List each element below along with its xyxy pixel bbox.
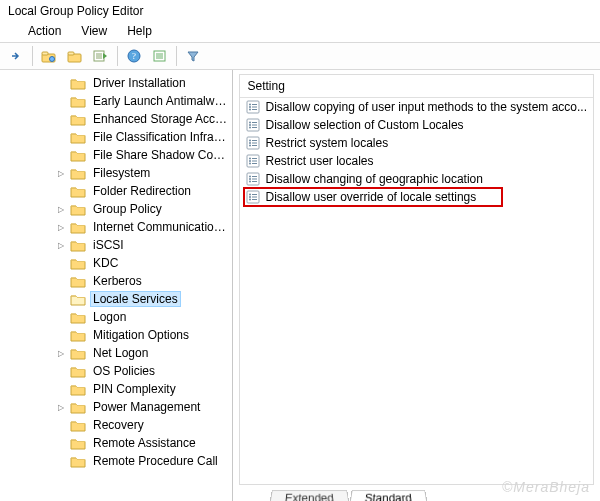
tab-extended[interactable]: Extended [269, 490, 350, 501]
tree-item[interactable]: OS Policies [8, 362, 232, 380]
expander-icon[interactable]: ▷ [56, 205, 66, 214]
setting-row[interactable]: Disallow selection of Custom Locales [240, 116, 594, 134]
filter-button[interactable] [181, 45, 205, 67]
tree-item-label: OS Policies [90, 364, 158, 378]
tree-item[interactable]: Driver Installation [8, 74, 232, 92]
tree-item[interactable]: Remote Assistance [8, 434, 232, 452]
tree-item[interactable]: Logon [8, 308, 232, 326]
tree-item-label: Mitigation Options [90, 328, 192, 342]
expander-icon[interactable]: ▷ [56, 169, 66, 178]
policy-icon [246, 118, 260, 132]
svg-point-11 [249, 106, 251, 108]
folder-icon [70, 239, 86, 252]
toolbar-sep [117, 46, 118, 66]
policy-icon [246, 154, 260, 168]
svg-point-2 [50, 57, 55, 62]
tree-item-label: Power Management [90, 400, 203, 414]
setting-row[interactable]: Disallow copying of user input methods t… [240, 98, 594, 116]
tab-strip: Extended Standard [239, 485, 595, 501]
arrow-right-icon [9, 49, 23, 63]
tree-item[interactable]: ▷ Group Policy [8, 200, 232, 218]
tree-item[interactable]: Kerberos [8, 272, 232, 290]
toolbar-sep [176, 46, 177, 66]
folder-icon [70, 365, 86, 378]
forward-button[interactable] [4, 45, 28, 67]
menu-view[interactable]: View [71, 22, 117, 40]
setting-label: Restrict system locales [266, 136, 389, 150]
tree-item[interactable]: Remote Procedure Call [8, 452, 232, 470]
help-button[interactable]: ? [122, 45, 146, 67]
expander-icon[interactable]: ▷ [56, 223, 66, 232]
setting-row[interactable]: Restrict system locales [240, 134, 594, 152]
tree-item[interactable]: Mitigation Options [8, 326, 232, 344]
menu-help[interactable]: Help [117, 22, 162, 40]
export-button[interactable] [89, 45, 113, 67]
folder-icon [70, 167, 86, 180]
setting-row[interactable]: Disallow user override of locale setting… [240, 188, 594, 206]
policy-icon [246, 136, 260, 150]
tree-item[interactable]: File Share Shadow Copy Pro [8, 146, 232, 164]
properties-button[interactable] [148, 45, 172, 67]
tree-item[interactable]: Recovery [8, 416, 232, 434]
setting-label: Disallow selection of Custom Locales [266, 118, 464, 132]
tab-standard[interactable]: Standard [349, 490, 428, 501]
folder-icon [70, 311, 86, 324]
tree-item[interactable]: ▷ iSCSI [8, 236, 232, 254]
setting-row[interactable]: Restrict user locales [240, 152, 594, 170]
expander-icon[interactable]: ▷ [56, 403, 66, 412]
console-tree[interactable]: Driver Installation Early Launch Antimal… [0, 70, 233, 501]
folder-tree-button[interactable] [37, 45, 61, 67]
setting-row[interactable]: Disallow changing of geographic location [240, 170, 594, 188]
folder-icon [70, 257, 86, 270]
svg-point-12 [249, 109, 251, 111]
svg-point-28 [249, 181, 251, 183]
folder-icon [70, 401, 86, 414]
menu-action[interactable]: Action [18, 22, 71, 40]
tree-item-label: Driver Installation [90, 76, 189, 90]
toolbar: ? [0, 42, 600, 70]
folder-icon [70, 383, 86, 396]
tree-item-label: Group Policy [90, 202, 165, 216]
expander-icon[interactable]: ▷ [56, 241, 66, 250]
expander-icon[interactable]: ▷ [56, 349, 66, 358]
svg-point-14 [249, 122, 251, 124]
export-list-icon [93, 49, 109, 63]
tree-item[interactable]: ▷ Filesystem [8, 164, 232, 182]
folder-icon [70, 347, 86, 360]
window-title: Local Group Policy Editor [0, 0, 600, 20]
setting-label: Disallow copying of user input methods t… [266, 100, 588, 114]
tree-item-label: PIN Complexity [90, 382, 179, 396]
policy-icon [246, 172, 260, 186]
tree-item[interactable]: Enhanced Storage Access [8, 110, 232, 128]
tree-item[interactable]: Folder Redirection [8, 182, 232, 200]
tree-item[interactable]: File Classification Infrastruct [8, 128, 232, 146]
tree-item-label: Enhanced Storage Access [90, 112, 232, 126]
toolbar-sep [32, 46, 33, 66]
folder-icon [70, 185, 86, 198]
folder-button[interactable] [63, 45, 87, 67]
tree-item-label: KDC [90, 256, 121, 270]
svg-text:?: ? [132, 51, 136, 61]
setting-label: Disallow user override of locale setting… [266, 190, 477, 204]
svg-point-26 [249, 176, 251, 178]
svg-point-24 [249, 163, 251, 165]
tree-item[interactable]: PIN Complexity [8, 380, 232, 398]
tree-item[interactable]: Early Launch Antimalware [8, 92, 232, 110]
tree-item[interactable]: ▷ Net Logon [8, 344, 232, 362]
svg-point-22 [249, 158, 251, 160]
tree-item-label: Remote Assistance [90, 436, 199, 450]
tree-item-label: Early Launch Antimalware [90, 94, 232, 108]
settings-column-header[interactable]: Setting [240, 75, 594, 98]
tree-item[interactable]: ▷ Internet Communication Ma [8, 218, 232, 236]
tree-item-label: File Share Shadow Copy Pro [90, 148, 232, 162]
tree-item[interactable]: KDC [8, 254, 232, 272]
svg-rect-1 [42, 52, 48, 55]
tree-item-label: Filesystem [90, 166, 153, 180]
folder-tree-icon [41, 49, 57, 63]
svg-point-20 [249, 145, 251, 147]
settings-list[interactable]: Setting Disallow copying of user input m… [239, 74, 595, 485]
tree-item-label: Internet Communication Ma [90, 220, 232, 234]
tree-item[interactable]: ▷ Power Management [8, 398, 232, 416]
tree-item[interactable]: Locale Services [8, 290, 232, 308]
details-pane: Setting Disallow copying of user input m… [233, 70, 601, 501]
